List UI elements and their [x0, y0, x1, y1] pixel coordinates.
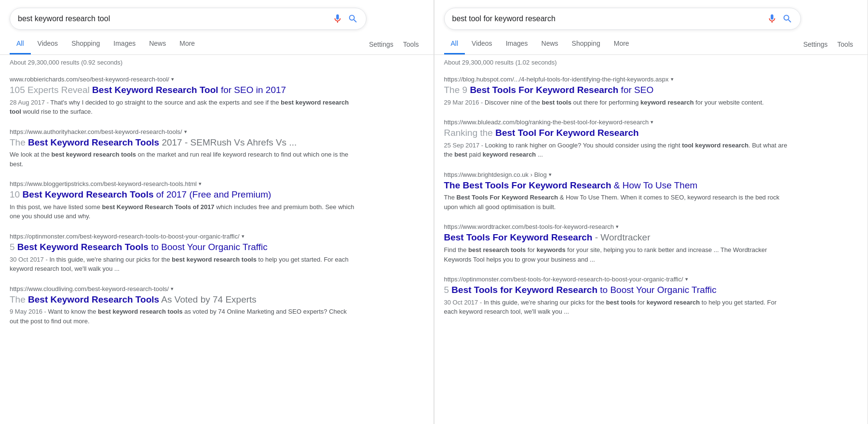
left-result-2-url-line: https://www.authorityhacker.com/best-key… — [10, 128, 357, 135]
right-tab-news[interactable]: News — [535, 34, 565, 54]
right-search-input[interactable] — [452, 14, 763, 23]
left-result-5-title-normal1: The — [10, 294, 28, 305]
right-result-5-url-line: https://optinmonster.com/best-tools-for-… — [444, 276, 791, 283]
left-tab-images[interactable]: Images — [107, 34, 142, 54]
left-result-5-date: 9 May 2016 - — [10, 308, 48, 315]
left-result-3-title[interactable]: 10 Best Keyword Research Tools of 2017 (… — [10, 188, 357, 201]
left-result-1-title-bold: Best Keyword Research Tool — [92, 85, 218, 95]
left-result-4-url-line: https://optinmonster.com/best-keyword-re… — [10, 233, 357, 240]
left-result-3-title-normal2: of 2017 (Free and Premium) — [154, 189, 271, 199]
left-tab-more[interactable]: More — [173, 34, 202, 54]
right-settings[interactable]: Settings — [799, 35, 833, 54]
right-result-4-title-bold: Best Tools For Keyword Research — [444, 232, 593, 242]
left-tabs: All Videos Shopping Images News More Set… — [0, 34, 434, 55]
right-result-2-snippet: 25 Sep 2017 - Looking to rank higher on … — [444, 141, 791, 159]
left-tab-news[interactable]: News — [142, 34, 173, 54]
left-result-5-title-bold: Best Keyword Research Tools — [28, 294, 159, 305]
left-tab-videos[interactable]: Videos — [31, 34, 65, 54]
left-result-5-title-normal2: As Voted by 74 Experts — [159, 294, 257, 305]
right-tab-images[interactable]: Images — [499, 34, 535, 54]
left-result-2-title-normal2: 2017 - SEMRush Vs Ahrefs Vs ... — [159, 137, 297, 147]
right-tab-all[interactable]: All — [444, 34, 465, 54]
right-result-5: https://optinmonster.com/best-tools-for-… — [444, 268, 791, 320]
left-result-5-title[interactable]: The Best Keyword Research Tools As Voted… — [10, 293, 357, 306]
right-result-3: https://www.brightdesign.co.uk › Blog ▾ … — [444, 163, 791, 216]
right-result-3-url-line: https://www.brightdesign.co.uk › Blog ▾ — [444, 171, 791, 178]
left-panel: All Videos Shopping Images News More Set… — [0, 0, 434, 424]
right-result-4-title[interactable]: Best Tools For Keyword Research - Wordtr… — [444, 231, 791, 244]
left-result-1-title-normal1: 105 Experts Reveal — [10, 85, 92, 95]
left-result-5-snippet: 9 May 2016 - Want to know the best keywo… — [10, 307, 357, 326]
left-search-icons — [332, 13, 358, 24]
left-result-1-title[interactable]: 105 Experts Reveal Best Keyword Research… — [10, 84, 357, 96]
left-tab-all[interactable]: All — [10, 34, 31, 54]
left-result-1-title-normal2: for SEO in 2017 — [218, 85, 286, 95]
left-result-2: https://www.authorityhacker.com/best-key… — [10, 120, 357, 173]
right-search-box — [444, 8, 801, 30]
left-result-4-url: https://optinmonster.com/best-keyword-re… — [10, 233, 240, 240]
right-search-icon[interactable] — [782, 13, 793, 24]
left-result-3-title-bold: Best Keyword Research Tools — [22, 189, 153, 199]
left-result-2-title-normal1: The — [10, 137, 28, 147]
right-result-3-snippet: The Best Tools For Keyword Research & Ho… — [444, 193, 791, 212]
right-result-4: https://www.wordtracker.com/best-tools-f… — [444, 215, 791, 268]
right-result-2-title[interactable]: Ranking the Best Tool For Keyword Resear… — [444, 127, 791, 139]
right-result-1-url-line: https://blog.hubspot.com/.../4-helpful-t… — [444, 76, 791, 83]
right-result-1: https://blog.hubspot.com/.../4-helpful-t… — [444, 68, 791, 111]
right-result-1-url: https://blog.hubspot.com/.../4-helpful-t… — [444, 76, 669, 83]
left-result-4: https://optinmonster.com/best-keyword-re… — [10, 225, 357, 278]
right-result-3-url-arrow[interactable]: ▾ — [549, 172, 552, 178]
right-result-5-title[interactable]: 5 Best Tools for Keyword Research to Boo… — [444, 284, 791, 296]
right-result-4-title-normal: - Wordtracker — [592, 232, 650, 242]
right-tab-videos[interactable]: Videos — [465, 34, 499, 54]
right-result-1-title[interactable]: The 9 Best Tools For Keyword Research fo… — [444, 84, 791, 96]
right-result-5-snippet: 30 Oct 2017 - In this guide, we're shari… — [444, 298, 791, 317]
right-tab-more[interactable]: More — [607, 34, 636, 54]
right-result-3-title[interactable]: The Best Tools For Keyword Research & Ho… — [444, 179, 791, 192]
right-result-5-title-bold: Best Tools for Keyword Research — [451, 285, 597, 295]
left-result-1-url-arrow[interactable]: ▾ — [171, 76, 174, 82]
left-result-2-title-bold: Best Keyword Research Tools — [28, 137, 159, 147]
left-results-info: About 29,300,000 results (0.92 seconds) — [0, 55, 434, 68]
right-panel: All Videos Images News Shopping More Set… — [434, 0, 868, 424]
right-search-icons — [767, 13, 793, 24]
right-result-2-url: https://www.bluleadz.com/blog/ranking-th… — [444, 119, 649, 126]
right-tools[interactable]: Tools — [832, 35, 858, 54]
right-result-1-url-arrow[interactable]: ▾ — [671, 76, 674, 82]
left-search-input[interactable] — [18, 14, 328, 23]
left-result-4-date: 30 Oct 2017 - — [10, 256, 49, 263]
right-result-5-url-arrow[interactable]: ▾ — [685, 276, 688, 282]
right-result-1-snippet: 29 Mar 2016 - Discover nine of the best … — [444, 98, 791, 107]
right-tab-shopping[interactable]: Shopping — [565, 34, 607, 54]
right-result-3-title-bold: The Best Tools For Keyword Research — [444, 180, 611, 190]
left-result-1-url: www.robbierichards.com/seo/best-keyword-… — [10, 76, 169, 83]
right-results-info: About 29,300,000 results (1.02 seconds) — [434, 55, 868, 68]
right-result-1-title-normal2: for SEO — [618, 85, 653, 95]
left-mic-icon[interactable] — [332, 13, 343, 24]
right-mic-icon[interactable] — [767, 13, 777, 24]
left-search-icon[interactable] — [348, 13, 358, 24]
left-result-2-url-arrow[interactable]: ▾ — [184, 129, 187, 135]
right-result-4-url-arrow[interactable]: ▾ — [616, 224, 619, 230]
left-result-2-title[interactable]: The Best Keyword Research Tools 2017 - S… — [10, 136, 357, 149]
left-settings[interactable]: Settings — [364, 35, 398, 54]
right-result-5-title-normal2: to Boost Your Organic Traffic — [597, 285, 717, 295]
left-result-4-title-normal2: to Boost Your Organic Traffic — [149, 242, 268, 252]
left-tools[interactable]: Tools — [398, 35, 424, 54]
left-tab-shopping[interactable]: Shopping — [65, 34, 107, 54]
left-result-1-snippet: 28 Aug 2017 - That's why I decided to go… — [10, 98, 357, 117]
left-result-1: www.robbierichards.com/seo/best-keyword-… — [10, 68, 357, 120]
left-results: www.robbierichards.com/seo/best-keyword-… — [0, 68, 434, 330]
left-result-1-url-line: www.robbierichards.com/seo/best-keyword-… — [10, 76, 357, 83]
left-result-4-url-arrow[interactable]: ▾ — [242, 233, 244, 239]
left-result-4-title-normal1: 5 — [10, 242, 17, 252]
left-result-5-url-arrow[interactable]: ▾ — [171, 286, 174, 292]
right-result-2-date: 25 Sep 2017 - — [444, 142, 485, 149]
right-search-bar-wrap — [434, 0, 868, 30]
left-result-3-title-normal1: 10 — [10, 189, 22, 199]
left-result-1-date: 28 Aug 2017 - — [10, 99, 50, 106]
right-result-4-url-line: https://www.wordtracker.com/best-tools-f… — [444, 223, 791, 230]
left-result-4-title[interactable]: 5 Best Keyword Research Tools to Boost Y… — [10, 241, 357, 253]
right-result-2-url-arrow[interactable]: ▾ — [651, 119, 653, 125]
left-result-3-url-arrow[interactable]: ▾ — [199, 181, 202, 187]
